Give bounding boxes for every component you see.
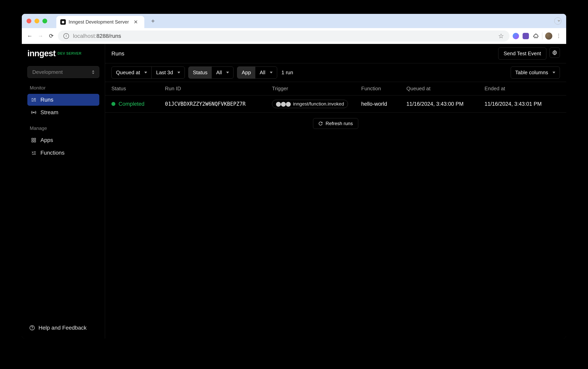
table-columns-label: Table columns: [515, 70, 548, 76]
send-test-event-button[interactable]: Send Test Event: [498, 48, 546, 60]
trigger-dots-icon: ⬤⬤⬤: [276, 101, 291, 107]
settings-button[interactable]: [549, 48, 560, 58]
sidebar-item-runs[interactable]: Runs: [27, 94, 99, 106]
nav-reload-button[interactable]: ⟳: [47, 32, 55, 40]
svg-point-6: [33, 112, 34, 113]
table-columns-button[interactable]: Table columns: [511, 67, 560, 79]
col-header-status[interactable]: Status: [111, 86, 165, 92]
cell-status: Completed: [111, 101, 165, 107]
sidebar-item-label: Functions: [41, 150, 64, 156]
sidebar-item-stream[interactable]: Stream: [27, 107, 99, 118]
cell-ended: 11/16/2024, 3:43:01 PM: [484, 101, 560, 107]
logo: inngest DEV SERVER: [27, 49, 99, 58]
filter-status-label: Status: [189, 67, 212, 78]
gear-icon: [552, 50, 557, 55]
cell-queued: 11/16/2024, 3:43:00 PM: [406, 101, 484, 107]
chevron-down-icon: [557, 20, 560, 22]
send-test-event-label: Send Test Event: [504, 50, 541, 57]
table-header: Status Run ID Trigger Function Queued at…: [105, 82, 566, 95]
apps-icon: [31, 137, 36, 143]
refresh-row: Refresh runs: [105, 113, 566, 134]
chevron-down-icon: [553, 72, 555, 73]
url-text: localhost:8288/runs: [73, 33, 494, 39]
logo-badge: DEV SERVER: [57, 51, 82, 56]
filter-time-label: Last 3d: [156, 70, 173, 76]
refresh-runs-button[interactable]: Refresh runs: [313, 118, 358, 129]
trigger-chip[interactable]: ⬤⬤⬤ inngest/function.invoked: [272, 100, 348, 108]
sidebar-section-manage: Manage: [27, 126, 99, 131]
toolbar-divider: [542, 32, 542, 40]
run-count: 1 run: [282, 70, 293, 76]
filters-bar: Queued at Last 3d Status All: [105, 63, 566, 82]
tabs-dropdown-button[interactable]: [554, 17, 561, 25]
col-header-queued[interactable]: Queued at: [406, 86, 484, 92]
runs-icon: [31, 97, 36, 102]
sidebar-item-label: Apps: [41, 137, 53, 143]
col-header-trigger[interactable]: Trigger: [272, 86, 361, 92]
filter-status-value[interactable]: All: [212, 67, 233, 78]
address-bar[interactable]: i localhost:8288/runs ☆: [58, 30, 510, 41]
extension-icon-2[interactable]: [522, 32, 529, 40]
bookmark-star-icon[interactable]: ☆: [498, 32, 504, 40]
chevron-down-icon: [178, 72, 180, 73]
col-header-function[interactable]: Function: [361, 86, 406, 92]
sidebar: inngest DEV SERVER Development Monitor R…: [22, 44, 105, 339]
url-host: localhost:: [73, 33, 96, 39]
col-header-ended[interactable]: Ended at: [484, 86, 560, 92]
col-header-runid[interactable]: Run ID: [165, 86, 272, 92]
extension-icon-1[interactable]: [512, 32, 519, 40]
chevron-down-icon: [226, 72, 229, 73]
window-maximize-icon[interactable]: [42, 19, 47, 23]
chevron-down-icon: [144, 72, 147, 73]
trigger-label: inngest/function.invoked: [293, 101, 344, 107]
profile-avatar[interactable]: [545, 32, 552, 40]
cell-trigger: ⬤⬤⬤ inngest/function.invoked: [272, 100, 361, 108]
traffic-lights: [27, 19, 47, 23]
updown-icon: [92, 70, 94, 74]
app-content: inngest DEV SERVER Development Monitor R…: [22, 44, 566, 339]
status-text: Completed: [118, 101, 145, 107]
browser-url-bar: ← → ⟳ i localhost:8288/runs ☆ ⋮: [22, 28, 566, 44]
extensions-puzzle-icon[interactable]: [532, 32, 539, 40]
site-info-icon[interactable]: i: [63, 33, 69, 39]
window-close-icon[interactable]: [27, 19, 31, 23]
filter-sort-label: Queued at: [116, 70, 140, 76]
cell-function: hello-world: [361, 101, 406, 107]
refresh-label: Refresh runs: [326, 121, 353, 126]
filter-time-range[interactable]: Last 3d: [151, 67, 184, 78]
svg-rect-9: [32, 140, 33, 142]
sidebar-item-apps[interactable]: Apps: [27, 134, 99, 146]
chevron-down-icon: [270, 72, 273, 73]
filter-status-group: Status All: [188, 67, 234, 79]
main-content: Runs Send Test Event Queued at: [105, 44, 566, 339]
refresh-icon: [318, 121, 323, 126]
tab-favicon-icon: ⬢: [60, 19, 66, 25]
functions-icon: [31, 150, 36, 156]
new-tab-button[interactable]: +: [151, 17, 155, 25]
tab-close-icon[interactable]: ✕: [134, 19, 138, 25]
environment-selector[interactable]: Development: [27, 66, 99, 78]
table-row[interactable]: Completed 01JCVBDXRZZY2W6NQFVKBEPZ7R ⬤⬤⬤…: [105, 95, 566, 113]
svg-rect-7: [32, 138, 33, 140]
browser-tab[interactable]: ⬢ Inngest Development Server ✕: [56, 16, 144, 28]
sidebar-item-functions[interactable]: Functions: [27, 147, 99, 159]
stream-icon: [31, 110, 36, 115]
help-feedback-link[interactable]: Help and Feedback: [27, 322, 99, 334]
sidebar-item-label: Runs: [41, 97, 53, 103]
environment-label: Development: [32, 69, 63, 75]
filter-app-value[interactable]: All: [255, 67, 277, 78]
browser-menu-icon[interactable]: ⋮: [555, 32, 562, 40]
filter-sort-by[interactable]: Queued at: [112, 67, 151, 78]
nav-forward-button[interactable]: →: [36, 32, 44, 40]
svg-point-16: [554, 52, 556, 53]
main-header: Runs Send Test Event: [105, 44, 566, 63]
browser-window: ⬢ Inngest Development Server ✕ + ← → ⟳ i…: [22, 14, 566, 339]
status-dot-icon: [111, 102, 116, 106]
nav-back-button[interactable]: ←: [26, 32, 34, 40]
filter-sort-group: Queued at Last 3d: [111, 67, 185, 79]
sidebar-section-monitor: Monitor: [27, 85, 99, 91]
svg-point-15: [32, 329, 32, 329]
window-minimize-icon[interactable]: [34, 19, 39, 23]
sidebar-item-label: Stream: [41, 109, 58, 116]
url-path: 8288/runs: [96, 33, 121, 39]
